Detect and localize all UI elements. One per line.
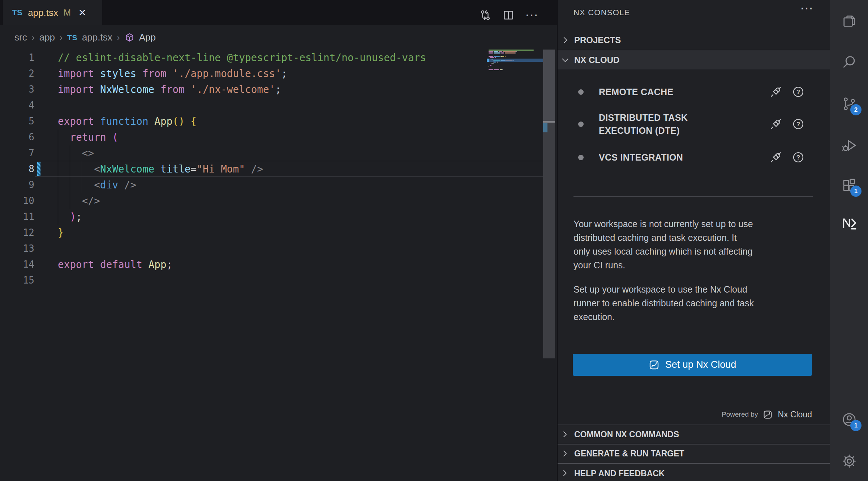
split-editor-icon[interactable]	[501, 8, 516, 23]
code-text: import styles from './app.module.css';	[58, 65, 287, 81]
code-line-7[interactable]: 7 <>	[0, 145, 557, 161]
source-control-icon[interactable]: 2	[841, 96, 857, 112]
code-line-10[interactable]: 10 </>	[0, 193, 557, 209]
help-icon[interactable]: ?	[792, 151, 805, 164]
overview-ruler-cursor-marker	[543, 121, 555, 123]
activity-bar: 211	[830, 0, 868, 481]
code-line-4[interactable]: 4	[0, 97, 557, 113]
more-actions-icon[interactable]: ⋯	[524, 8, 539, 23]
nx-console-icon[interactable]	[841, 216, 857, 231]
gutter-modified-marker	[37, 162, 40, 176]
help-icon[interactable]: ?	[792, 85, 805, 98]
minimap-current-line	[487, 59, 543, 62]
cloud-feature-remote-cache: REMOTE CACHE?	[558, 82, 830, 101]
code-text: <>	[58, 145, 94, 161]
setup-suggestion-text: Set up your workspace to use the Nx Clou…	[573, 282, 819, 324]
svg-text:?: ?	[796, 120, 800, 128]
breadcrumb-item-app[interactable]: app	[39, 32, 55, 43]
section-generate-run-target[interactable]: GENERATE & RUN TARGET	[558, 444, 830, 463]
minimap-line-fragment	[503, 56, 504, 57]
svg-text:?: ?	[796, 154, 800, 161]
connect-plug-icon[interactable]	[769, 118, 782, 131]
minimap-modified-marker	[487, 59, 489, 62]
powered-by-label: Powered by	[722, 410, 758, 418]
chevron-down-icon	[560, 55, 570, 65]
powered-by: Powered by Nx Cloud	[722, 407, 812, 422]
minimap-line-fragment	[489, 52, 493, 54]
code-line-9[interactable]: 9 <div />	[0, 177, 557, 193]
section-projects[interactable]: PROJECTS	[558, 30, 830, 50]
code-line-15[interactable]: 15	[0, 272, 557, 288]
chevron-right-icon	[560, 449, 570, 459]
scrollbar-track[interactable]	[543, 50, 555, 358]
chevron-right-icon	[560, 469, 570, 478]
minimap[interactable]	[487, 49, 543, 74]
tab-app-tsx[interactable]: TS app.tsx M ✕	[3, 0, 102, 25]
minimap-line-fragment	[494, 56, 499, 57]
compare-changes-icon[interactable]	[478, 8, 493, 23]
code-line-13[interactable]: 13	[0, 240, 557, 256]
scrollbar-slider[interactable]	[543, 50, 555, 121]
help-icon[interactable]: ?	[792, 118, 805, 131]
line-number: 13	[0, 240, 34, 256]
code-line-11[interactable]: 11 );	[0, 209, 557, 225]
minimap-line-fragment	[489, 69, 493, 70]
code-line-3[interactable]: 3import NxWelcome from './nx-welcome';	[0, 81, 557, 97]
section-label: HELP AND FEEDBACK	[574, 469, 665, 478]
tab-title: app.tsx	[28, 7, 58, 18]
code-line-12[interactable]: 12}	[0, 225, 557, 240]
minimap-line-fragment	[515, 52, 516, 54]
section-label: COMMON NX COMMANDS	[574, 430, 679, 439]
workspace-status-text: Your workspace is not currently set up t…	[573, 217, 819, 272]
line-number: 4	[0, 97, 34, 113]
line-number: 10	[0, 193, 34, 209]
section-nx-cloud-label: NX CLOUD	[574, 55, 619, 65]
connect-plug-icon[interactable]	[769, 85, 782, 98]
section-help-and-feedback[interactable]: HELP AND FEEDBACK	[558, 463, 830, 481]
breadcrumb-item-app-tsx[interactable]: app.tsx	[82, 32, 112, 43]
setup-nx-cloud-button[interactable]: Set up Nx Cloud	[573, 354, 812, 376]
minimap-line-fragment	[503, 51, 516, 52]
code-line-5[interactable]: 5export function App() {	[0, 113, 557, 129]
extensions-icon[interactable]: 1	[841, 177, 857, 193]
code-text: export default App;	[58, 256, 172, 272]
breadcrumb-separator: ›	[60, 33, 63, 43]
code-editor[interactable]: 1// eslint-disable-next-line @typescript…	[0, 50, 557, 288]
svg-text:?: ?	[796, 88, 800, 95]
panel-more-actions-icon[interactable]: ⋯	[800, 1, 813, 16]
close-tab-icon[interactable]: ✕	[78, 7, 86, 18]
minimap-line-fragment	[489, 56, 493, 57]
code-line-1[interactable]: 1// eslint-disable-next-line @typescript…	[0, 50, 557, 65]
nx-cloud-icon	[763, 410, 773, 420]
breadcrumb-separator: ›	[32, 33, 35, 43]
explorer-icon[interactable]	[841, 13, 857, 29]
search-icon[interactable]	[841, 54, 857, 70]
account-icon[interactable]: 1	[841, 412, 857, 427]
tab-bar: TS app.tsx M ✕	[0, 0, 557, 25]
minimap-line-fragment	[489, 51, 493, 52]
code-text: // eslint-disable-next-line @typescript-…	[58, 50, 426, 65]
code-line-2[interactable]: 2import styles from './app.module.css';	[0, 65, 557, 81]
nx-cloud-brand-label: Nx Cloud	[778, 410, 812, 420]
code-line-8[interactable]: 8 <NxWelcome title="Hi Mom" />	[0, 161, 557, 177]
minimap-line-fragment	[494, 69, 499, 70]
section-nx-cloud[interactable]: NX CLOUD	[558, 50, 830, 69]
section-common-nx-commands[interactable]: COMMON NX COMMANDS	[558, 425, 830, 444]
current-line-highlight	[35, 161, 543, 177]
connect-plug-icon[interactable]	[769, 151, 782, 164]
typescript-file-icon: TS	[12, 8, 22, 17]
settings-icon[interactable]	[841, 453, 857, 469]
cloud-feature-vcs-integration: VCS INTEGRATION?	[558, 148, 830, 167]
breadcrumb-item-app[interactable]: App	[139, 32, 156, 43]
minimap-line-fragment	[499, 51, 502, 52]
code-line-14[interactable]: 14export default App;	[0, 256, 557, 272]
breadcrumb-item-src[interactable]: src	[14, 32, 27, 43]
cloud-feature-distributed-task: DISTRIBUTED TASK EXECUTION (DTE)?	[558, 108, 830, 140]
line-number: 9	[0, 177, 34, 193]
run-debug-icon[interactable]	[841, 137, 857, 153]
code-line-6[interactable]: 6 return (	[0, 129, 557, 145]
breadcrumb-separator: ›	[117, 33, 120, 43]
code-text: return (	[58, 129, 118, 145]
cloud-feature-label: REMOTE CACHE	[599, 85, 673, 98]
minimap-line-fragment	[491, 63, 494, 64]
